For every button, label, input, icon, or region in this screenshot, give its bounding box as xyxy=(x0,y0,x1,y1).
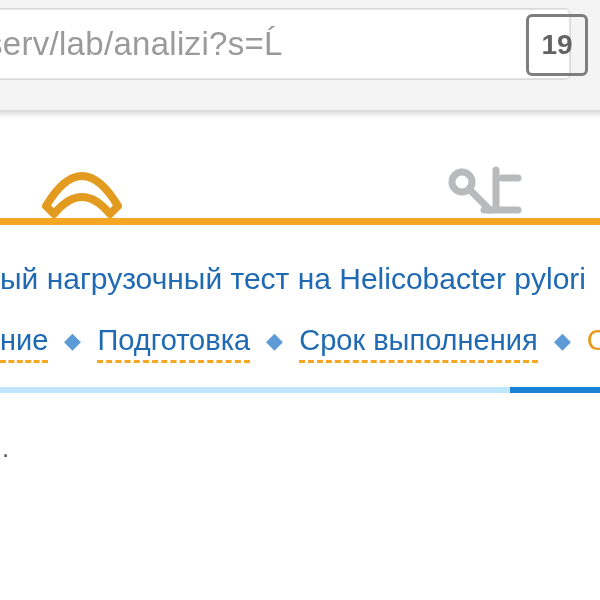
browser-chrome: hmi.ru/serv/lab/analizi?s=Ĺ 19 xyxy=(0,0,600,110)
nurse-cap-icon xyxy=(34,160,130,224)
tab-separator-icon: ◆ xyxy=(554,328,571,354)
tab-separator-icon: ◆ xyxy=(266,328,283,354)
tab-price[interactable]: Сто xyxy=(587,324,600,360)
tab-preparation[interactable]: Подготовка xyxy=(97,324,250,363)
progress-fill xyxy=(510,387,600,393)
section-ornament xyxy=(0,160,600,252)
tab-count-button[interactable]: 19 xyxy=(526,14,588,76)
trailing-text: . xyxy=(0,433,600,464)
page-content: ый нагрузочный тест на Helicobacter pylo… xyxy=(0,160,600,464)
analysis-title: ый нагрузочный тест на Helicobacter pylo… xyxy=(0,262,600,296)
tab-duration[interactable]: Срок выполнения xyxy=(299,324,537,363)
tab-count-value: 19 xyxy=(541,29,572,61)
section-tabs: ние ◆ Подготовка ◆ Срок выполнения ◆ Сто xyxy=(0,324,600,363)
tab-separator-icon: ◆ xyxy=(64,328,81,354)
chrome-shadow xyxy=(0,110,600,118)
tab-description[interactable]: ние xyxy=(0,324,48,363)
url-path: /serv/lab/analizi?s=Ĺ xyxy=(0,25,283,63)
url-bar[interactable]: hmi.ru/serv/lab/analizi?s=Ĺ xyxy=(0,8,571,80)
microscope-icon xyxy=(440,160,528,220)
